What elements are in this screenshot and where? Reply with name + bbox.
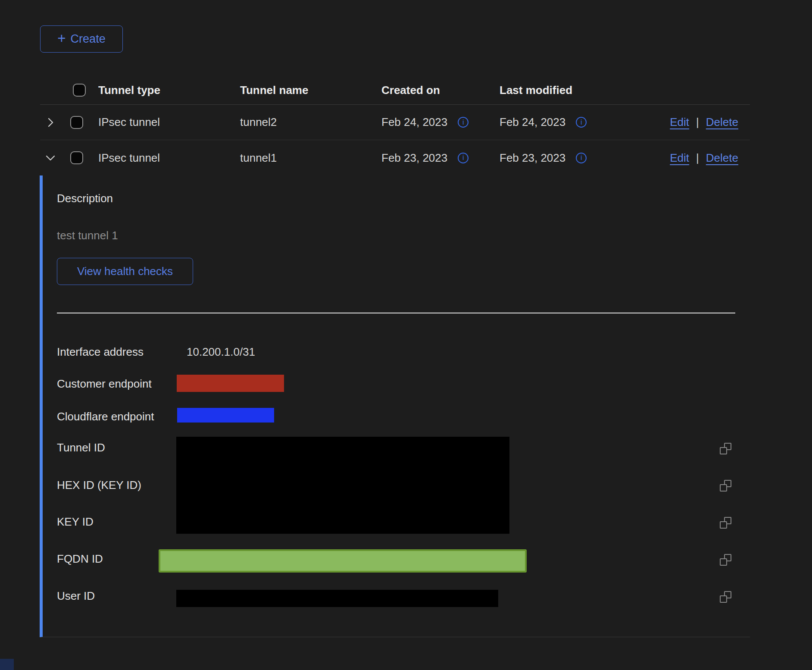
created-on-value: Feb 23, 2023 bbox=[381, 151, 447, 165]
info-icon[interactable]: i bbox=[576, 153, 587, 163]
view-health-checks-button[interactable]: View health checks bbox=[57, 258, 193, 285]
tunnels-page: + Create Tunnel type Tunnel name Created… bbox=[0, 0, 812, 670]
column-header-last-modified: Last modified bbox=[494, 84, 623, 97]
last-modified-cell: Feb 23, 2023 i bbox=[494, 151, 623, 165]
cloudflare-endpoint-label: Cloudflare endpoint bbox=[57, 410, 154, 423]
tunnel-details-panel: Description test tunnel 1 View health ch… bbox=[40, 175, 750, 637]
last-modified-value: Feb 23, 2023 bbox=[500, 151, 565, 165]
table-header-row: Tunnel type Tunnel name Created on Last … bbox=[40, 76, 750, 105]
copy-icon[interactable] bbox=[720, 480, 731, 492]
last-modified-value: Feb 24, 2023 bbox=[500, 116, 565, 129]
created-on-cell: Feb 24, 2023 i bbox=[376, 116, 494, 129]
row-checkbox[interactable] bbox=[70, 116, 83, 129]
description-value: test tunnel 1 bbox=[57, 229, 118, 242]
key-id-label: KEY ID bbox=[57, 515, 94, 528]
interface-address-value: 10.200.1.0/31 bbox=[187, 345, 255, 358]
edit-link[interactable]: Edit bbox=[670, 116, 689, 129]
tunnel-type-cell: IPsec tunnel bbox=[93, 151, 234, 165]
tunnels-table: Tunnel type Tunnel name Created on Last … bbox=[40, 76, 750, 175]
created-on-value: Feb 24, 2023 bbox=[381, 116, 447, 129]
copy-icon[interactable] bbox=[720, 591, 731, 603]
chevron-right-icon[interactable] bbox=[46, 117, 55, 128]
row-checkbox[interactable] bbox=[70, 151, 83, 164]
tunnel-id-label: Tunnel ID bbox=[57, 441, 105, 454]
copy-icon[interactable] bbox=[720, 517, 731, 529]
interface-address-label: Interface address bbox=[57, 345, 144, 358]
copy-icon[interactable] bbox=[720, 443, 731, 454]
description-label: Description bbox=[57, 192, 113, 205]
created-on-cell: Feb 23, 2023 i bbox=[376, 151, 494, 165]
create-button[interactable]: + Create bbox=[40, 25, 123, 53]
tunnel-id-redacted-values bbox=[176, 437, 509, 534]
customer-endpoint-label: Customer endpoint bbox=[57, 377, 152, 390]
last-modified-cell: Feb 24, 2023 i bbox=[494, 116, 623, 129]
column-header-created-on: Created on bbox=[376, 84, 494, 97]
delete-link[interactable]: Delete bbox=[706, 151, 738, 165]
tunnel-name-cell: tunnel1 bbox=[234, 151, 376, 165]
tunnel-name-cell: tunnel2 bbox=[234, 116, 376, 129]
create-button-label: Create bbox=[71, 32, 106, 46]
table-row: IPsec tunnel tunnel1 Feb 23, 2023 i Feb … bbox=[40, 140, 750, 175]
cloudflare-endpoint-redacted-value bbox=[177, 408, 274, 423]
select-all-checkbox[interactable] bbox=[73, 84, 86, 97]
customer-endpoint-redacted-value bbox=[177, 375, 284, 392]
chevron-down-icon[interactable] bbox=[45, 153, 56, 163]
table-row: IPsec tunnel tunnel2 Feb 24, 2023 i Feb … bbox=[40, 105, 750, 140]
user-id-label: User ID bbox=[57, 589, 95, 602]
bottom-left-accent-strip bbox=[0, 659, 14, 670]
action-separator: | bbox=[696, 151, 699, 165]
column-header-tunnel-name: Tunnel name bbox=[234, 84, 376, 97]
user-id-redacted-value bbox=[176, 590, 498, 607]
copy-icon[interactable] bbox=[720, 554, 731, 566]
section-divider bbox=[57, 313, 735, 313]
info-icon[interactable]: i bbox=[458, 117, 468, 128]
delete-link[interactable]: Delete bbox=[706, 116, 738, 129]
info-icon[interactable]: i bbox=[576, 117, 587, 128]
column-header-tunnel-type: Tunnel type bbox=[93, 84, 234, 97]
hex-id-label: HEX ID (KEY ID) bbox=[57, 479, 141, 492]
plus-icon: + bbox=[57, 31, 66, 45]
tunnel-type-cell: IPsec tunnel bbox=[93, 116, 234, 129]
fqdn-id-label: FQDN ID bbox=[57, 552, 103, 565]
edit-link[interactable]: Edit bbox=[670, 151, 689, 165]
info-icon[interactable]: i bbox=[458, 153, 468, 163]
action-separator: | bbox=[696, 116, 699, 129]
fqdn-id-redacted-value bbox=[159, 549, 527, 573]
